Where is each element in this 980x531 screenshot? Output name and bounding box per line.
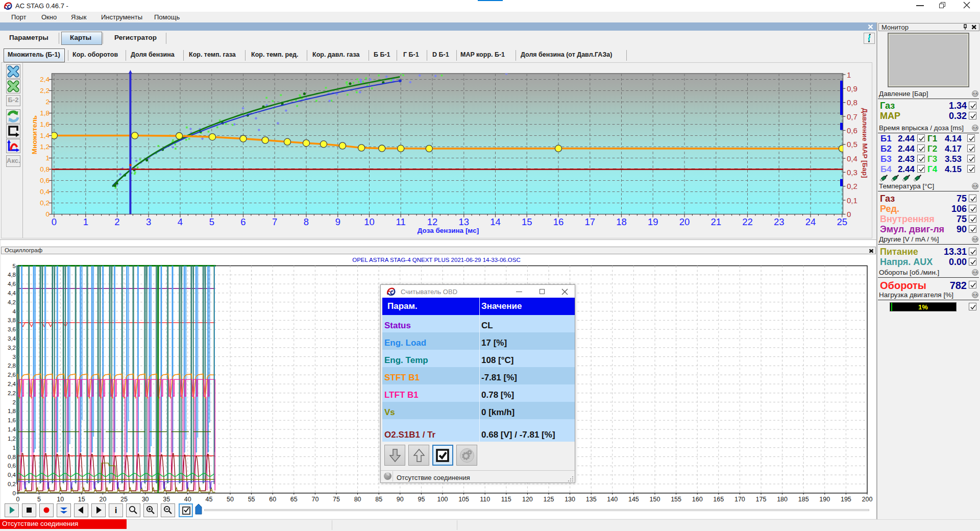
svg-text:90: 90 [397, 496, 404, 503]
svg-text:2,4: 2,4 [8, 381, 16, 387]
svg-text:165: 165 [713, 496, 724, 503]
svg-text:15: 15 [78, 496, 85, 503]
svg-text:2: 2 [13, 399, 16, 405]
svg-text:1,4: 1,4 [8, 426, 16, 432]
svg-text:1: 1 [13, 445, 16, 451]
svg-text:60: 60 [269, 496, 276, 503]
svg-text:80: 80 [354, 496, 361, 503]
svg-text:170: 170 [734, 496, 745, 503]
svg-text:1,8: 1,8 [8, 408, 16, 414]
svg-text:2,8: 2,8 [8, 363, 16, 369]
svg-text:2,6: 2,6 [8, 372, 16, 378]
svg-text:4,6: 4,6 [8, 281, 16, 287]
svg-text:190: 190 [819, 496, 830, 503]
svg-text:25: 25 [120, 496, 128, 503]
svg-text:4,4: 4,4 [8, 290, 16, 296]
svg-text:145: 145 [628, 496, 639, 503]
svg-text:5: 5 [37, 496, 41, 503]
svg-text:65: 65 [290, 496, 298, 503]
svg-text:30: 30 [142, 496, 149, 503]
svg-text:150: 150 [650, 496, 660, 503]
svg-text:200: 200 [862, 496, 873, 503]
svg-text:140: 140 [607, 496, 618, 503]
svg-text:195: 195 [841, 496, 851, 503]
svg-text:180: 180 [777, 496, 788, 503]
svg-text:3,8: 3,8 [8, 317, 16, 323]
svg-text:0,2: 0,2 [8, 481, 16, 487]
svg-text:40: 40 [184, 496, 191, 503]
svg-text:3,6: 3,6 [8, 326, 16, 332]
svg-text:100: 100 [437, 496, 448, 503]
svg-text:75: 75 [333, 496, 340, 503]
svg-text:0: 0 [16, 496, 20, 503]
svg-text:35: 35 [163, 496, 170, 503]
svg-text:135: 135 [586, 496, 597, 503]
svg-text:3,4: 3,4 [8, 335, 16, 342]
svg-text:10: 10 [57, 496, 64, 503]
svg-text:120: 120 [522, 496, 533, 503]
svg-text:20: 20 [99, 496, 106, 503]
svg-text:2,2: 2,2 [8, 390, 16, 396]
svg-text:85: 85 [375, 496, 382, 503]
svg-text:3,2: 3,2 [8, 345, 16, 351]
svg-text:185: 185 [798, 496, 809, 503]
svg-text:0,6: 0,6 [8, 463, 16, 469]
svg-text:175: 175 [756, 496, 767, 503]
svg-text:1,6: 1,6 [8, 417, 16, 423]
svg-text:0,4: 0,4 [8, 472, 16, 478]
svg-text:0,8: 0,8 [8, 454, 16, 460]
svg-text:160: 160 [692, 496, 703, 503]
svg-text:4,8: 4,8 [8, 272, 16, 278]
svg-text:45: 45 [205, 496, 212, 503]
svg-text:0: 0 [13, 490, 16, 496]
svg-text:105: 105 [458, 496, 469, 503]
svg-text:125: 125 [544, 496, 554, 503]
svg-text:70: 70 [311, 496, 318, 503]
svg-text:95: 95 [418, 496, 425, 503]
svg-text:155: 155 [671, 496, 681, 503]
svg-text:110: 110 [480, 496, 490, 503]
svg-text:5: 5 [13, 263, 16, 269]
svg-text:1,2: 1,2 [8, 436, 16, 442]
svg-text:130: 130 [565, 496, 575, 503]
svg-text:115: 115 [501, 496, 511, 503]
svg-text:55: 55 [248, 496, 255, 503]
svg-text:i: i [115, 505, 117, 515]
svg-text:3: 3 [13, 354, 16, 360]
svg-text:4: 4 [13, 308, 16, 315]
svg-text:50: 50 [227, 496, 234, 503]
svg-text:4,2: 4,2 [8, 299, 16, 305]
